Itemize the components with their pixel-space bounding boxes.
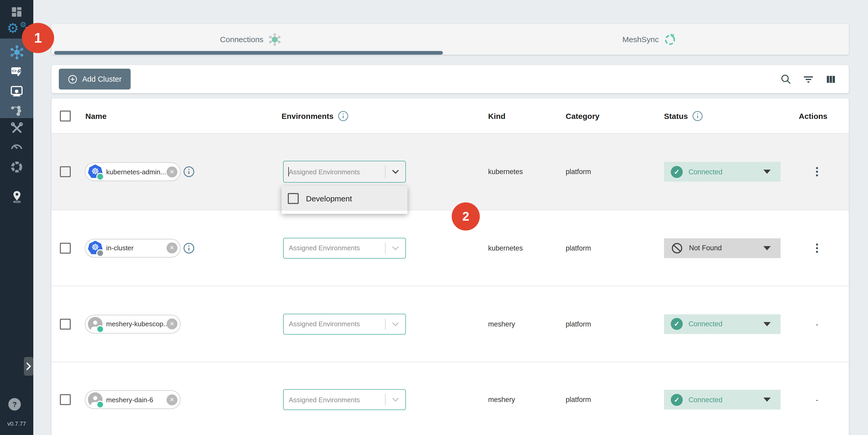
- environments-input[interactable]: [284, 320, 377, 328]
- active-tab-indicator: [54, 51, 443, 55]
- question-mark-icon: ?: [12, 400, 17, 408]
- status-badge[interactable]: ✓ Connected: [664, 390, 781, 409]
- connection-info-icon[interactable]: [183, 166, 195, 178]
- column-header-environments[interactable]: Environments: [282, 110, 349, 121]
- tab-meshsync-label: MeshSync: [622, 35, 659, 44]
- connection-chip[interactable]: ☸ kubernetes-admin... ✕: [85, 162, 181, 181]
- screen-person-icon: [10, 84, 23, 98]
- caret-down-icon: [764, 398, 771, 402]
- sidebar-item-workspaces[interactable]: [0, 81, 33, 101]
- environments-input[interactable]: [284, 168, 377, 176]
- annotation-badge-2: 2: [452, 203, 480, 230]
- connections-mesh-icon: [268, 33, 282, 46]
- page: ⚙ ⚙: [0, 0, 868, 435]
- code-wrench-icon: <>: [10, 64, 23, 78]
- no-actions-dash: -: [816, 320, 818, 328]
- plus-circle-icon: [68, 74, 78, 84]
- column-header-name[interactable]: Name: [85, 111, 107, 120]
- table-header: Name Environments Kind Category Status A…: [52, 98, 849, 134]
- kind-value: meshery: [488, 320, 515, 328]
- connection-name: in-cluster: [106, 244, 166, 252]
- status-badge[interactable]: Not Found: [664, 238, 781, 258]
- table-row: meshery-dain-6 ✕ meshery platform ✓ Conn…: [52, 362, 849, 435]
- sidebar-item-location-pin[interactable]: [0, 186, 33, 206]
- add-cluster-button[interactable]: Add Cluster: [59, 69, 131, 90]
- kind-value: meshery: [488, 396, 515, 404]
- column-header-kind[interactable]: Kind: [488, 111, 505, 120]
- info-icon[interactable]: [692, 110, 703, 121]
- category-value: platform: [566, 320, 591, 328]
- chevron-down-icon[interactable]: [390, 318, 401, 330]
- tab-meshsync[interactable]: MeshSync: [450, 24, 849, 55]
- dropdown-option-development[interactable]: Development: [282, 186, 407, 211]
- category-value: platform: [566, 168, 591, 176]
- location-pin-icon: [10, 190, 23, 203]
- remove-connection-icon[interactable]: ✕: [166, 318, 178, 330]
- kubernetes-icon: ☸: [88, 164, 102, 179]
- chevron-down-icon[interactable]: [390, 242, 401, 254]
- sidebar-lifecycle-submenu: <>: [0, 38, 33, 118]
- environments-select[interactable]: [283, 389, 406, 410]
- row-checkbox[interactable]: [60, 318, 71, 330]
- block-icon: [671, 242, 683, 254]
- category-value: platform: [566, 396, 591, 404]
- option-checkbox[interactable]: [288, 193, 299, 204]
- select-divider: [385, 165, 385, 178]
- select-divider: [385, 242, 385, 254]
- chevron-down-icon[interactable]: [390, 394, 401, 405]
- environments-select[interactable]: [283, 161, 406, 183]
- row-checkbox[interactable]: [60, 243, 71, 253]
- sidebar-item-extensions[interactable]: [0, 157, 33, 177]
- row-actions-menu-icon[interactable]: [815, 166, 819, 178]
- sidebar-item-configuration[interactable]: [0, 118, 33, 138]
- column-header-category[interactable]: Category: [566, 111, 599, 120]
- connection-name: kubernetes-admin...: [106, 168, 166, 176]
- help-button[interactable]: ?: [8, 398, 21, 410]
- crossed-wrenches-icon: [10, 122, 23, 134]
- row-actions-menu-icon[interactable]: [815, 242, 819, 254]
- select-all-checkbox[interactable]: [60, 110, 71, 121]
- connected-dot: [96, 173, 104, 181]
- row-checkbox[interactable]: [60, 394, 71, 405]
- connection-chip[interactable]: meshery-kubescop... ✕: [85, 315, 181, 333]
- status-badge[interactable]: ✓ Connected: [664, 314, 781, 334]
- sidebar-expand-button[interactable]: [24, 357, 33, 376]
- table-row: meshery-kubescop... ✕ meshery platform ✓…: [52, 286, 849, 362]
- environments-input[interactable]: [284, 244, 377, 252]
- environments-select[interactable]: [283, 238, 406, 258]
- sidebar-item-adapters[interactable]: <>: [0, 61, 33, 81]
- mesh-network-icon: [10, 45, 24, 59]
- chevron-down-icon[interactable]: [390, 166, 401, 178]
- sidebar-item-performance[interactable]: [0, 136, 33, 156]
- remove-connection-icon[interactable]: ✕: [166, 394, 178, 405]
- search-icon: [780, 73, 792, 85]
- environments-select[interactable]: [283, 313, 406, 334]
- tab-connections[interactable]: Connections: [52, 24, 450, 55]
- view-columns-button[interactable]: [824, 72, 837, 86]
- filter-button[interactable]: [801, 72, 815, 86]
- connection-chip[interactable]: ☸ in-cluster ✕: [85, 239, 181, 257]
- not-found-dot: [96, 249, 104, 257]
- sidebar: ⚙ ⚙: [0, 0, 33, 435]
- svg-text:<>: <>: [12, 68, 17, 73]
- columns-icon: [825, 73, 837, 85]
- meshery-avatar-icon: [88, 317, 102, 331]
- connection-info-icon[interactable]: [183, 242, 195, 254]
- info-icon[interactable]: [338, 110, 349, 121]
- column-header-actions: Actions: [799, 111, 828, 120]
- mesh-donut-icon: [10, 160, 23, 174]
- sidebar-item-environments[interactable]: [0, 100, 33, 120]
- connected-dot: [96, 401, 104, 408]
- column-header-status[interactable]: Status: [664, 110, 703, 121]
- select-divider: [385, 318, 385, 330]
- status-badge[interactable]: ✓ Connected: [664, 162, 781, 182]
- search-button[interactable]: [779, 72, 793, 86]
- environments-dropdown: Development: [282, 186, 407, 214]
- connection-chip[interactable]: meshery-dain-6 ✕: [85, 390, 181, 409]
- remove-connection-icon[interactable]: ✕: [166, 243, 178, 253]
- chevron-right-icon: [26, 362, 32, 371]
- environments-input[interactable]: [284, 396, 377, 404]
- check-icon: ✓: [671, 318, 683, 330]
- row-checkbox[interactable]: [60, 166, 71, 177]
- remove-connection-icon[interactable]: ✕: [166, 166, 178, 177]
